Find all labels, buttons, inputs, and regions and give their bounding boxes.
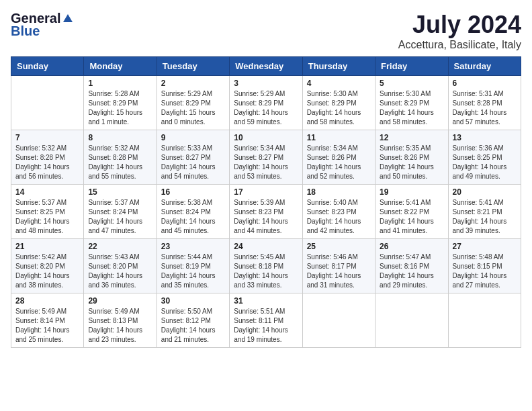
day-info: Sunrise: 5:32 AM Sunset: 8:28 PM Dayligh… [15,144,79,181]
calendar-day-cell: 26Sunrise: 5:47 AM Sunset: 8:16 PM Dayli… [375,239,448,293]
day-info: Sunrise: 5:40 AM Sunset: 8:23 PM Dayligh… [307,198,371,236]
calendar-day-cell: 10Sunrise: 5:34 AM Sunset: 8:27 PM Dayli… [230,130,302,185]
day-number: 30 [161,296,225,306]
day-info: Sunrise: 5:29 AM Sunset: 8:29 PM Dayligh… [161,89,225,127]
day-number: 25 [307,242,371,251]
day-number: 27 [453,242,517,251]
svg-marker-0 [63,14,73,22]
title-area: July 2024 Accettura, Basilicate, Italy [398,11,521,51]
day-info: Sunrise: 5:30 AM Sunset: 8:29 PM Dayligh… [380,89,443,127]
day-number: 21 [15,242,79,251]
calendar-week-row: 7Sunrise: 5:32 AM Sunset: 8:28 PM Daylig… [11,130,521,185]
weekday-header-cell: Friday [375,57,448,76]
calendar-day-cell: 20Sunrise: 5:41 AM Sunset: 8:21 PM Dayli… [448,185,521,239]
day-info: Sunrise: 5:41 AM Sunset: 8:21 PM Dayligh… [453,198,517,236]
calendar-day-cell: 1Sunrise: 5:28 AM Sunset: 8:29 PM Daylig… [84,76,157,130]
day-number: 17 [234,187,298,197]
calendar-day-cell: 22Sunrise: 5:43 AM Sunset: 8:20 PM Dayli… [84,239,157,293]
day-info: Sunrise: 5:41 AM Sunset: 8:22 PM Dayligh… [380,198,443,236]
calendar-day-cell: 24Sunrise: 5:45 AM Sunset: 8:18 PM Dayli… [230,239,302,293]
day-number: 11 [307,133,371,142]
weekday-header-row: SundayMondayTuesdayWednesdayThursdayFrid… [11,57,521,76]
calendar-week-row: 1Sunrise: 5:28 AM Sunset: 8:29 PM Daylig… [11,76,521,130]
logo-icon [62,13,74,25]
day-number: 13 [453,133,517,142]
page-header: General Blue July 2024 Accettura, Basili… [11,11,521,51]
calendar-week-row: 21Sunrise: 5:42 AM Sunset: 8:20 PM Dayli… [11,239,521,293]
calendar-day-cell [11,76,84,130]
day-number: 10 [234,133,298,142]
calendar-day-cell: 30Sunrise: 5:50 AM Sunset: 8:12 PM Dayli… [157,293,229,348]
weekday-header-cell: Thursday [302,57,375,76]
day-info: Sunrise: 5:36 AM Sunset: 8:25 PM Dayligh… [453,144,517,181]
day-info: Sunrise: 5:33 AM Sunset: 8:27 PM Dayligh… [161,144,225,181]
day-info: Sunrise: 5:48 AM Sunset: 8:15 PM Dayligh… [453,253,517,290]
day-info: Sunrise: 5:49 AM Sunset: 8:14 PM Dayligh… [15,307,79,345]
day-info: Sunrise: 5:39 AM Sunset: 8:23 PM Dayligh… [234,198,298,236]
day-info: Sunrise: 5:50 AM Sunset: 8:12 PM Dayligh… [161,307,225,345]
calendar-day-cell [302,293,375,348]
day-info: Sunrise: 5:47 AM Sunset: 8:16 PM Dayligh… [380,253,443,290]
day-number: 1 [88,79,152,88]
day-number: 3 [234,79,298,88]
calendar-day-cell: 2Sunrise: 5:29 AM Sunset: 8:29 PM Daylig… [157,76,229,130]
calendar-day-cell: 13Sunrise: 5:36 AM Sunset: 8:25 PM Dayli… [448,130,521,185]
day-info: Sunrise: 5:37 AM Sunset: 8:24 PM Dayligh… [88,198,152,236]
day-info: Sunrise: 5:38 AM Sunset: 8:24 PM Dayligh… [161,198,225,236]
day-info: Sunrise: 5:45 AM Sunset: 8:18 PM Dayligh… [234,253,298,290]
day-info: Sunrise: 5:43 AM Sunset: 8:20 PM Dayligh… [88,253,152,290]
day-number: 4 [307,79,371,88]
day-number: 9 [161,133,225,142]
calendar-day-cell: 14Sunrise: 5:37 AM Sunset: 8:25 PM Dayli… [11,185,84,239]
calendar-day-cell: 3Sunrise: 5:29 AM Sunset: 8:29 PM Daylig… [230,76,302,130]
calendar-week-row: 14Sunrise: 5:37 AM Sunset: 8:25 PM Dayli… [11,185,521,239]
day-number: 26 [380,242,443,251]
weekday-header-cell: Monday [84,57,157,76]
day-number: 16 [161,187,225,197]
day-number: 31 [234,296,298,306]
calendar-day-cell: 15Sunrise: 5:37 AM Sunset: 8:24 PM Dayli… [84,185,157,239]
day-number: 29 [88,296,152,306]
day-number: 8 [88,133,152,142]
calendar-day-cell: 9Sunrise: 5:33 AM Sunset: 8:27 PM Daylig… [157,130,229,185]
day-number: 7 [15,133,79,142]
day-info: Sunrise: 5:46 AM Sunset: 8:17 PM Dayligh… [307,253,371,290]
day-number: 19 [380,187,443,197]
calendar-day-cell: 16Sunrise: 5:38 AM Sunset: 8:24 PM Dayli… [157,185,229,239]
calendar-day-cell: 5Sunrise: 5:30 AM Sunset: 8:29 PM Daylig… [375,76,448,130]
day-number: 2 [161,79,225,88]
calendar-day-cell: 18Sunrise: 5:40 AM Sunset: 8:23 PM Dayli… [302,185,375,239]
day-number: 5 [380,79,443,88]
day-number: 15 [88,187,152,197]
calendar-day-cell: 19Sunrise: 5:41 AM Sunset: 8:22 PM Dayli… [375,185,448,239]
calendar-day-cell: 25Sunrise: 5:46 AM Sunset: 8:17 PM Dayli… [302,239,375,293]
day-number: 6 [453,79,517,88]
calendar-day-cell [448,293,521,348]
calendar-day-cell: 8Sunrise: 5:32 AM Sunset: 8:28 PM Daylig… [84,130,157,185]
calendar-day-cell: 6Sunrise: 5:31 AM Sunset: 8:28 PM Daylig… [448,76,521,130]
day-info: Sunrise: 5:49 AM Sunset: 8:13 PM Dayligh… [88,307,152,345]
weekday-header-cell: Sunday [11,57,84,76]
day-info: Sunrise: 5:51 AM Sunset: 8:11 PM Dayligh… [234,307,298,345]
day-number: 20 [453,187,517,197]
day-number: 12 [380,133,443,142]
calendar-day-cell: 21Sunrise: 5:42 AM Sunset: 8:20 PM Dayli… [11,239,84,293]
calendar-day-cell: 27Sunrise: 5:48 AM Sunset: 8:15 PM Dayli… [448,239,521,293]
weekday-header-cell: Tuesday [157,57,229,76]
day-number: 14 [15,187,79,197]
day-info: Sunrise: 5:29 AM Sunset: 8:29 PM Dayligh… [234,89,298,127]
logo: General Blue [11,11,74,39]
calendar-day-cell: 31Sunrise: 5:51 AM Sunset: 8:11 PM Dayli… [230,293,302,348]
logo-blue-text: Blue [11,24,40,39]
month-title: July 2024 [398,11,521,39]
day-info: Sunrise: 5:35 AM Sunset: 8:26 PM Dayligh… [380,144,443,181]
day-info: Sunrise: 5:34 AM Sunset: 8:26 PM Dayligh… [307,144,371,181]
calendar-day-cell: 28Sunrise: 5:49 AM Sunset: 8:14 PM Dayli… [11,293,84,348]
calendar-day-cell [375,293,448,348]
calendar-day-cell: 12Sunrise: 5:35 AM Sunset: 8:26 PM Dayli… [375,130,448,185]
day-info: Sunrise: 5:28 AM Sunset: 8:29 PM Dayligh… [88,89,152,127]
day-number: 22 [88,242,152,251]
calendar-day-cell: 23Sunrise: 5:44 AM Sunset: 8:19 PM Dayli… [157,239,229,293]
calendar-day-cell: 11Sunrise: 5:34 AM Sunset: 8:26 PM Dayli… [302,130,375,185]
calendar-day-cell: 17Sunrise: 5:39 AM Sunset: 8:23 PM Dayli… [230,185,302,239]
